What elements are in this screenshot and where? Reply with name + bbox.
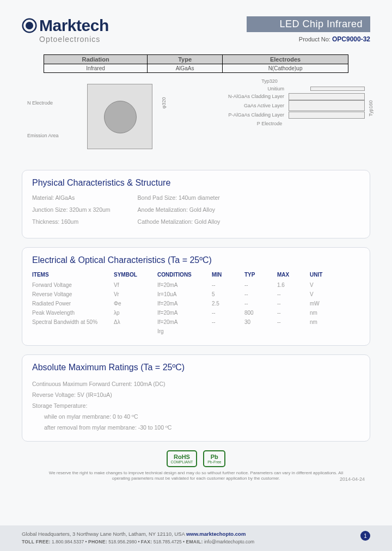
h-symbol: SYMBOL	[114, 272, 157, 278]
classification-table: Radiation Type Electrodes Infrared AlGaA…	[44, 54, 348, 73]
eo-cell: --	[244, 301, 277, 307]
eo-cell: --	[277, 310, 310, 316]
tollfree: 1.800.984.5337 •	[51, 539, 88, 544]
eo-cell: Vr	[114, 291, 157, 297]
abs-i0: while on mylar membrane: 0 to 40 ºC	[32, 412, 360, 423]
eo-cell: nm	[310, 319, 337, 325]
eo-cell: If=20mA	[157, 301, 212, 307]
eo-row: Forward VoltageVfIf=20mA----1.6V	[32, 282, 360, 288]
eo-cell: --	[212, 282, 244, 288]
brand-name: Marktech	[39, 16, 109, 35]
layer-0: Unitium	[212, 85, 289, 93]
pb-main: Pb	[211, 454, 218, 460]
electrical-panel: Electrical & Optical Characteristics (Ta…	[22, 247, 370, 346]
eo-cell: Φe	[114, 301, 157, 307]
product-number: OPC9000-32	[332, 35, 370, 43]
layer-3: P-AlGaAs Cladding Layer	[212, 111, 289, 119]
physical-panel: Physical Characteristics & Structure Mat…	[22, 170, 370, 238]
dim-phi320: φ320	[162, 97, 167, 109]
document-date: 2014-04-24	[340, 476, 365, 483]
product-label: Product No:	[299, 36, 332, 42]
eo-cell: Vf	[114, 282, 157, 288]
eo-cell: λp	[114, 310, 157, 316]
disclaimer-block: We reserve the right to make changes to …	[41, 470, 351, 482]
eo-cell: Reverse Voltage	[32, 291, 114, 297]
layer-bar-2	[289, 100, 365, 111]
phys-r0: Bond Pad Size: 140um diameter	[138, 194, 220, 201]
layer-1: N-AlGaAs Cladding Layer	[212, 93, 289, 100]
eo-cell: 800	[244, 310, 277, 316]
td-radiation: Infrared	[44, 64, 148, 73]
phys-l0: Material: AlGaAs	[32, 194, 111, 201]
abs-1: Reverse Voltage: 5V (IR=10uA)	[32, 390, 360, 401]
phys-l1: Junction Size: 320um x 320um	[32, 206, 111, 213]
h-min: MIN	[212, 272, 244, 278]
header: Marktech Optoelectronics LED Chip Infrar…	[22, 16, 370, 44]
eo-cell: --	[212, 319, 244, 325]
th-radiation: Radiation	[44, 55, 148, 64]
eo-cell: 30	[244, 319, 277, 325]
compliance-badges: RoHS COMPLIANT Pb Pb-Free	[22, 450, 370, 467]
eo-trailing: Irg	[157, 328, 212, 334]
svg-point-1	[26, 22, 33, 29]
abs-0: Continuous Maximum Forward Current: 100m…	[32, 379, 360, 390]
td-type: AlGaAs	[148, 64, 223, 73]
phone-label: PHONE:	[88, 539, 107, 544]
eo-cell: Forward Voltage	[32, 282, 114, 288]
layer-bar-0	[310, 87, 365, 91]
eo-cell: Peak Wavelength	[32, 310, 114, 316]
eo-cell: V	[310, 282, 337, 288]
phys-l2: Thickness: 160um	[32, 218, 111, 225]
phone: 518.956.2980 •	[107, 539, 141, 544]
abs-i1: after removal from mylar membrane: -30 t…	[32, 423, 360, 433]
dim-typ160: Typ160	[368, 100, 373, 117]
eo-cell: --	[212, 310, 244, 316]
page-number: 1	[360, 531, 370, 541]
product-line: Product No: OPC9000-32	[247, 35, 370, 43]
document-title: LED Chip Infrared	[247, 16, 370, 32]
eo-cell: If=20mA	[157, 310, 212, 316]
pb-sub: Pb-Free	[207, 460, 221, 464]
abs-2: Storage Temperature:	[32, 401, 360, 412]
eo-cell: Spectral Bandwidth at 50%	[32, 319, 114, 325]
title-block: LED Chip Infrared Product No: OPC9000-32	[247, 16, 370, 43]
eo-cell: --	[244, 291, 277, 297]
eo-cell: Δλ	[114, 319, 157, 325]
absolute-title: Absolute Maximum Ratings (Ta = 25ºC)	[32, 363, 360, 372]
logo: Marktech	[22, 16, 109, 35]
layer-bar-1	[289, 93, 365, 100]
chip-outline	[87, 84, 152, 149]
rohs-badge: RoHS COMPLIANT	[167, 450, 198, 467]
brand-subtitle: Optoelectronics	[39, 35, 109, 44]
eo-row: Peak WavelengthλpIf=20mA--800--nm	[32, 310, 360, 316]
pb-badge: Pb Pb-Free	[203, 450, 225, 467]
logo-icon	[22, 18, 37, 33]
physical-col-right: Bond Pad Size: 140um diameter Anode Meta…	[138, 194, 220, 230]
absolute-list: Continuous Maximum Forward Current: 100m…	[32, 379, 360, 433]
h-items: ITEMS	[32, 272, 114, 278]
footer-address-line: Global Headquarters, 3 Northway Lane Nor…	[22, 531, 370, 537]
eo-cell: If=20mA	[157, 319, 212, 325]
footer: Global Headquarters, 3 Northway Lane Nor…	[0, 525, 392, 551]
h-unit: UNIT	[310, 272, 337, 278]
chip-top-view: N Electrode Emission Area φ320	[27, 78, 158, 160]
disclaimer-text: We reserve the right to make changes to …	[49, 470, 343, 481]
layer-bar-3	[289, 112, 365, 119]
eo-row: Spectral Bandwidth at 50%ΔλIf=20mA--30--…	[32, 319, 360, 325]
eo-cell: --	[244, 282, 277, 288]
eo-cell: nm	[310, 310, 337, 316]
label-emission-area: Emission Area	[27, 133, 59, 138]
th-type: Type	[148, 55, 223, 64]
eo-cell: mW	[310, 301, 337, 307]
eo-cell: Radiated Power	[32, 301, 114, 307]
footer-address: Global Headquarters, 3 Northway Lane Nor…	[22, 531, 186, 537]
eo-row: Reverse VoltageVrIr=10uA5----V	[32, 291, 360, 297]
eo-cell: If=20mA	[157, 282, 212, 288]
diagram-row: N Electrode Emission Area φ320 Typ320 Un…	[22, 78, 370, 160]
h-typ: TYP	[244, 272, 277, 278]
eo-cell: V	[310, 291, 337, 297]
td-electrodes: N(Cathode)up	[223, 64, 348, 73]
emission-circle	[104, 101, 137, 133]
footer-website: www.marktechopto.com	[186, 531, 246, 537]
email-label: EMAIL:	[186, 539, 203, 544]
